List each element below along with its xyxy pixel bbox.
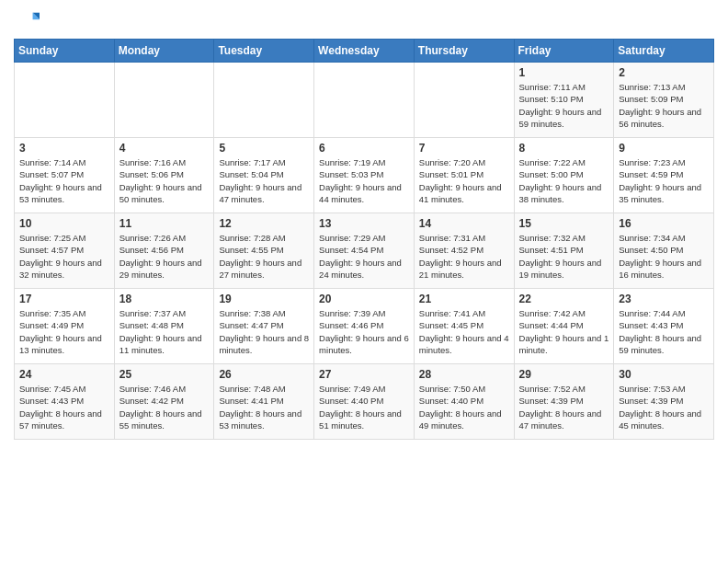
calendar-cell: 23Sunrise: 7:44 AM Sunset: 4:43 PM Dayli… — [614, 289, 714, 364]
day-number: 14 — [419, 217, 509, 230]
day-number: 11 — [119, 217, 210, 230]
day-number: 25 — [119, 368, 210, 381]
day-info: Sunrise: 7:39 AM Sunset: 4:46 PM Dayligh… — [319, 307, 409, 356]
calendar-cell: 27Sunrise: 7:49 AM Sunset: 4:40 PM Dayli… — [314, 364, 415, 440]
day-info: Sunrise: 7:22 AM Sunset: 5:00 PM Dayligh… — [519, 156, 609, 205]
day-info: Sunrise: 7:41 AM Sunset: 4:45 PM Dayligh… — [419, 307, 509, 356]
calendar-cell: 11Sunrise: 7:26 AM Sunset: 4:56 PM Dayli… — [114, 213, 214, 289]
day-info: Sunrise: 7:14 AM Sunset: 5:07 PM Dayligh… — [19, 156, 109, 205]
day-info: Sunrise: 7:44 AM Sunset: 4:43 PM Dayligh… — [619, 307, 709, 356]
calendar-cell: 17Sunrise: 7:35 AM Sunset: 4:49 PM Dayli… — [15, 289, 115, 364]
day-info: Sunrise: 7:25 AM Sunset: 4:57 PM Dayligh… — [19, 232, 109, 281]
day-info: Sunrise: 7:38 AM Sunset: 4:47 PM Dayligh… — [219, 307, 309, 356]
day-info: Sunrise: 7:29 AM Sunset: 4:54 PM Dayligh… — [319, 232, 409, 281]
header-tuesday: Tuesday — [214, 40, 314, 63]
day-info: Sunrise: 7:20 AM Sunset: 5:01 PM Dayligh… — [419, 156, 509, 205]
day-number: 17 — [19, 293, 109, 305]
calendar-row-1: 3Sunrise: 7:14 AM Sunset: 5:07 PM Daylig… — [15, 138, 714, 213]
calendar-table: SundayMondayTuesdayWednesdayThursdayFrid… — [14, 39, 714, 440]
day-info: Sunrise: 7:16 AM Sunset: 5:06 PM Dayligh… — [119, 156, 210, 205]
day-info: Sunrise: 7:11 AM Sunset: 5:10 PM Dayligh… — [519, 81, 609, 130]
day-info: Sunrise: 7:32 AM Sunset: 4:51 PM Dayligh… — [519, 232, 609, 281]
calendar-cell: 15Sunrise: 7:32 AM Sunset: 4:51 PM Dayli… — [514, 213, 614, 289]
day-number: 26 — [219, 368, 309, 381]
calendar-cell: 18Sunrise: 7:37 AM Sunset: 4:48 PM Dayli… — [114, 289, 214, 364]
calendar-cell: 2Sunrise: 7:13 AM Sunset: 5:09 PM Daylig… — [614, 63, 714, 138]
day-number: 5 — [219, 142, 309, 155]
day-info: Sunrise: 7:31 AM Sunset: 4:52 PM Dayligh… — [419, 232, 509, 281]
calendar-cell — [314, 63, 415, 138]
day-number: 7 — [419, 142, 509, 155]
day-info: Sunrise: 7:23 AM Sunset: 4:59 PM Dayligh… — [619, 156, 709, 205]
day-number: 24 — [19, 368, 109, 381]
calendar-cell: 26Sunrise: 7:48 AM Sunset: 4:41 PM Dayli… — [214, 364, 314, 440]
day-number: 18 — [119, 293, 210, 305]
calendar-cell: 9Sunrise: 7:23 AM Sunset: 4:59 PM Daylig… — [614, 138, 714, 213]
day-info: Sunrise: 7:13 AM Sunset: 5:09 PM Dayligh… — [619, 81, 709, 130]
day-number: 1 — [519, 66, 609, 79]
logo — [14, 9, 43, 35]
calendar-cell: 5Sunrise: 7:17 AM Sunset: 5:04 PM Daylig… — [214, 138, 314, 213]
calendar-cell: 1Sunrise: 7:11 AM Sunset: 5:10 PM Daylig… — [514, 63, 614, 138]
calendar-cell: 6Sunrise: 7:19 AM Sunset: 5:03 PM Daylig… — [314, 138, 415, 213]
header-friday: Friday — [514, 40, 614, 63]
calendar-row-4: 24Sunrise: 7:45 AM Sunset: 4:43 PM Dayli… — [15, 364, 714, 440]
day-number: 6 — [319, 142, 409, 155]
calendar-cell: 12Sunrise: 7:28 AM Sunset: 4:55 PM Dayli… — [214, 213, 314, 289]
header-thursday: Thursday — [414, 40, 514, 63]
day-info: Sunrise: 7:46 AM Sunset: 4:42 PM Dayligh… — [119, 383, 210, 431]
day-number: 19 — [219, 293, 309, 305]
day-info: Sunrise: 7:49 AM Sunset: 4:40 PM Dayligh… — [319, 383, 409, 431]
logo-icon — [14, 9, 40, 35]
day-info: Sunrise: 7:52 AM Sunset: 4:39 PM Dayligh… — [519, 383, 609, 431]
day-number: 13 — [319, 217, 409, 230]
day-info: Sunrise: 7:28 AM Sunset: 4:55 PM Dayligh… — [219, 232, 309, 281]
day-info: Sunrise: 7:19 AM Sunset: 5:03 PM Dayligh… — [319, 156, 409, 205]
calendar-body: 1Sunrise: 7:11 AM Sunset: 5:10 PM Daylig… — [15, 63, 714, 440]
header-saturday: Saturday — [614, 40, 714, 63]
calendar-cell: 29Sunrise: 7:52 AM Sunset: 4:39 PM Dayli… — [514, 364, 614, 440]
day-number: 22 — [519, 293, 609, 305]
calendar-cell: 30Sunrise: 7:53 AM Sunset: 4:39 PM Dayli… — [614, 364, 714, 440]
day-number: 10 — [19, 217, 109, 230]
calendar-cell: 20Sunrise: 7:39 AM Sunset: 4:46 PM Dayli… — [314, 289, 415, 364]
calendar-cell — [15, 63, 115, 138]
day-number: 20 — [319, 293, 409, 305]
day-info: Sunrise: 7:34 AM Sunset: 4:50 PM Dayligh… — [619, 232, 709, 281]
header-sunday: Sunday — [15, 40, 115, 63]
day-number: 23 — [619, 293, 709, 305]
day-info: Sunrise: 7:50 AM Sunset: 4:40 PM Dayligh… — [419, 383, 509, 431]
day-info: Sunrise: 7:45 AM Sunset: 4:43 PM Dayligh… — [19, 383, 109, 431]
day-info: Sunrise: 7:48 AM Sunset: 4:41 PM Dayligh… — [219, 383, 309, 431]
day-number: 27 — [319, 368, 409, 381]
calendar-cell: 28Sunrise: 7:50 AM Sunset: 4:40 PM Dayli… — [414, 364, 514, 440]
day-info: Sunrise: 7:42 AM Sunset: 4:44 PM Dayligh… — [519, 307, 609, 356]
calendar-cell — [114, 63, 214, 138]
calendar-cell: 13Sunrise: 7:29 AM Sunset: 4:54 PM Dayli… — [314, 213, 415, 289]
day-number: 2 — [619, 66, 709, 79]
calendar-cell: 10Sunrise: 7:25 AM Sunset: 4:57 PM Dayli… — [15, 213, 115, 289]
day-number: 29 — [519, 368, 609, 381]
day-number: 28 — [419, 368, 509, 381]
calendar-cell: 14Sunrise: 7:31 AM Sunset: 4:52 PM Dayli… — [414, 213, 514, 289]
calendar-row-3: 17Sunrise: 7:35 AM Sunset: 4:49 PM Dayli… — [15, 289, 714, 364]
calendar-cell: 22Sunrise: 7:42 AM Sunset: 4:44 PM Dayli… — [514, 289, 614, 364]
day-number: 9 — [619, 142, 709, 155]
day-info: Sunrise: 7:26 AM Sunset: 4:56 PM Dayligh… — [119, 232, 210, 281]
calendar-cell: 3Sunrise: 7:14 AM Sunset: 5:07 PM Daylig… — [15, 138, 115, 213]
calendar-header-row: SundayMondayTuesdayWednesdayThursdayFrid… — [15, 40, 714, 63]
day-number: 4 — [119, 142, 210, 155]
calendar-cell: 4Sunrise: 7:16 AM Sunset: 5:06 PM Daylig… — [114, 138, 214, 213]
day-info: Sunrise: 7:17 AM Sunset: 5:04 PM Dayligh… — [219, 156, 309, 205]
day-number: 16 — [619, 217, 709, 230]
day-number: 30 — [619, 368, 709, 381]
day-number: 8 — [519, 142, 609, 155]
calendar-cell — [414, 63, 514, 138]
day-number: 12 — [219, 217, 309, 230]
header-wednesday: Wednesday — [314, 40, 415, 63]
calendar-cell: 8Sunrise: 7:22 AM Sunset: 5:00 PM Daylig… — [514, 138, 614, 213]
day-number: 15 — [519, 217, 609, 230]
header-monday: Monday — [114, 40, 214, 63]
calendar-cell — [214, 63, 314, 138]
day-info: Sunrise: 7:53 AM Sunset: 4:39 PM Dayligh… — [619, 383, 709, 431]
